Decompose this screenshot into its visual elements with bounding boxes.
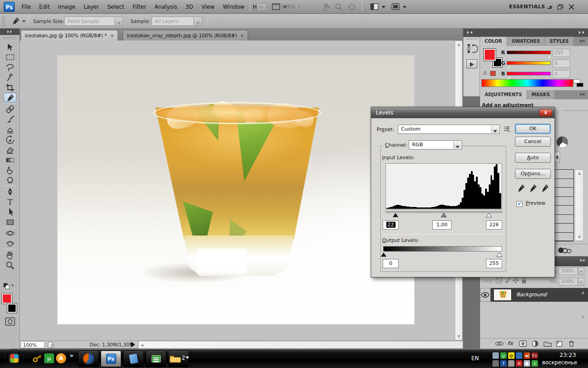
move-tool[interactable] [4,42,17,52]
input-midtone-field[interactable]: 1,00 [432,220,452,230]
healing-brush-tool[interactable] [4,104,17,114]
add-mask-icon[interactable] [519,340,527,348]
options-bar-grip[interactable] [2,16,6,27]
dock-collapse-left[interactable] [463,29,480,37]
shape-tool[interactable] [4,217,17,227]
output-shadow-slider[interactable] [380,253,387,259]
preset-options-icon[interactable] [503,126,511,134]
layer-visibility-toggle[interactable] [480,288,491,302]
taskbar-app-folder[interactable]: 2 [168,351,189,367]
taskbar-app-tasks[interactable] [146,351,166,367]
lock-all-icon[interactable] [520,277,527,285]
tray-display-icon[interactable] [508,360,514,367]
menu-select[interactable]: Select [103,0,128,14]
quick-mask-button[interactable] [4,317,17,327]
tray-glasses-icon[interactable] [492,352,499,359]
midtone-input-slider[interactable] [441,213,447,219]
quicklaunch-utorrent-icon[interactable]: µ [44,353,54,363]
screen-mode-icon[interactable] [391,3,401,11]
adjustment-presets-list[interactable] [553,169,574,241]
adjustment-preset-row[interactable] [553,233,573,242]
layer-row-background[interactable]: Background [491,288,588,302]
foreground-color-swatch[interactable] [2,293,12,304]
tray-volume-icon[interactable]: ◄) [524,352,530,359]
channel-dropdown[interactable]: RGB [409,140,462,150]
current-tool-eyedropper-icon[interactable] [10,17,20,27]
tray-network-icon[interactable] [516,352,522,359]
orbit-3d-tool[interactable] [4,239,17,248]
shadow-input-slider[interactable] [392,213,399,219]
document-image[interactable] [57,55,414,324]
channel-r-slider[interactable] [507,51,551,54]
sample-layers-dropdown[interactable]: All Layers [152,17,202,26]
dialog-close-button[interactable]: x [539,109,552,116]
new-group-icon[interactable] [543,340,552,348]
tray-mail-icon[interactable]: @ [508,352,514,359]
history-panel-icon[interactable] [467,43,478,56]
new-adjustment-icon[interactable] [531,340,539,348]
taskbar-app-notes[interactable] [123,351,144,367]
preview-checkbox[interactable]: ✔ Preview [516,201,545,207]
start-button[interactable] [5,349,24,368]
tab-close-icon[interactable]: × [240,30,244,41]
adjustment-preset-row[interactable] [553,215,573,224]
tray-lang-ru-icon[interactable]: En [531,352,538,359]
channel-r-slider-thumb[interactable] [547,54,552,58]
output-highlight-field[interactable]: 255 [486,259,502,268]
launch-bridge-button[interactable]: Br [256,3,266,11]
history-brush-tool[interactable] [4,135,17,144]
quicklaunch-antivirus-icon[interactable]: A [56,353,66,363]
rotate-view-icon[interactable] [347,3,356,11]
tools-panel-collapse[interactable] [0,29,20,35]
screen-mode-dropdown-arrow[interactable] [403,6,407,8]
gamut-color-swatch[interactable] [490,71,496,76]
hand-tool[interactable] [4,250,17,260]
quicklaunch-overflow[interactable]: » [70,352,74,359]
new-layer-icon[interactable] [556,340,563,348]
gamut-warning-icon[interactable]: ⚠ [483,70,487,76]
zoom-tool-icon[interactable] [334,3,343,11]
tray-update-icon[interactable]: ↓ [531,360,538,367]
channel-b-slider-thumb[interactable] [507,75,511,79]
status-page-icon[interactable] [47,342,55,349]
color-spectrum-ramp[interactable] [481,79,573,87]
minimize-button[interactable] [546,4,553,10]
menu-edit[interactable]: Edit [35,0,54,14]
lock-position-icon[interactable] [512,277,519,285]
menu-layer[interactable]: Layer [79,0,103,14]
sample-size-dropdown[interactable]: Point Sample [64,17,123,26]
quicklaunch-key-icon[interactable] [32,353,42,363]
smudge-tool[interactable] [4,165,17,175]
delete-layer-icon[interactable] [568,340,575,348]
menu-view[interactable]: View [197,0,218,14]
tray-messenger-icon[interactable]: f [500,360,507,367]
scroll-up-arrow[interactable]: ▲ [455,42,462,46]
tray-utorrent-tray-icon[interactable]: µ [500,352,507,359]
tab-masks[interactable]: MASKS [526,90,554,99]
date-day[interactable]: воскресенье [542,359,577,366]
panel-menu-icon[interactable]: ▾≡ [580,92,585,97]
lasso-tool[interactable] [4,63,17,72]
scroll-left-arrow[interactable]: ◀ [141,343,143,347]
status-zoom-field[interactable]: 100% [21,341,45,348]
status-flyout-button[interactable] [131,342,135,347]
gray-point-eyedropper-icon[interactable] [528,184,537,195]
clone-stamp-tool[interactable] [4,125,17,134]
tools-panel-grip[interactable] [3,37,17,40]
lock-transparency-icon[interactable] [496,277,503,285]
output-highlight-slider[interactable] [496,253,503,259]
dock-expand-right[interactable] [480,29,588,37]
adjustment-preset-row[interactable] [553,179,573,188]
opacity-value[interactable]: 100% [559,267,578,275]
document-tab-2[interactable]: icestakan_vray_zdepth.jpg @ 100% (RGB/8#… [123,30,248,40]
link-layers-icon[interactable] [495,340,504,348]
adjustment-preset-row[interactable] [553,188,573,197]
channel-b-slider[interactable] [507,72,551,75]
scroll-down-arrow[interactable]: ▼ [455,334,462,339]
language-indicator[interactable]: EN [471,355,479,362]
panel-grip[interactable] [465,38,478,40]
menu-analysis[interactable]: Analysis [150,0,181,14]
adjustment-preset-row[interactable] [553,206,573,215]
rotate-3d-tool[interactable] [4,229,17,238]
adjustment-preset-row[interactable] [553,197,573,206]
